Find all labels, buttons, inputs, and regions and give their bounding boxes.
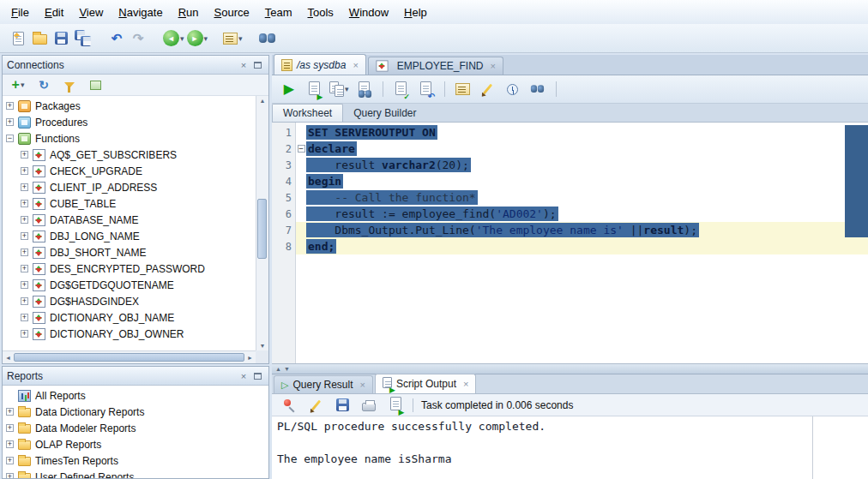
expander-icon[interactable]: +	[21, 314, 28, 321]
worksheet-dropdown-icon[interactable]: ▾	[238, 34, 243, 43]
run-script-button[interactable]: ▶	[304, 79, 323, 99]
clear-button[interactable]	[479, 79, 497, 99]
expander-icon[interactable]: −	[6, 135, 14, 142]
tab-as-sysdba[interactable]: /as sysdba ×	[274, 54, 366, 75]
run-script-output-button[interactable]: ▶	[386, 395, 405, 416]
menu-team[interactable]: Team	[257, 2, 300, 23]
connections-tree[interactable]: +Packages+Procedures−Functions+AQ$_GET_S…	[3, 98, 256, 350]
expander-icon[interactable]: +	[6, 118, 14, 126]
dropdown-icon[interactable]: ▾	[345, 85, 349, 93]
close-tab-icon[interactable]: ×	[463, 379, 468, 389]
fold-collapse-icon[interactable]: −	[298, 145, 305, 153]
tree-item-data-dictionary-reports[interactable]: +Data Dictionary Reports	[3, 404, 268, 420]
splitter-up-icon[interactable]: ▲	[275, 366, 281, 372]
expander-icon[interactable]: +	[21, 330, 28, 338]
find-db-object-button[interactable]	[528, 79, 547, 99]
tree-item-des-encrypted-password[interactable]: +DES_ENCRYPTED_PASSWORD	[3, 260, 256, 277]
tree-item-cube-table[interactable]: +CUBE_TABLE	[3, 195, 256, 212]
clear-output-button[interactable]	[306, 395, 325, 416]
scroll-thumb[interactable]	[257, 199, 267, 259]
code-editor[interactable]: 1SET SERVEROUTPUT ON2−declare3 result va…	[272, 123, 868, 363]
expander-icon[interactable]: +	[21, 151, 28, 159]
save-button[interactable]	[51, 28, 70, 49]
collapse-all-button[interactable]	[86, 75, 105, 95]
code-line-2[interactable]: 2−declare	[272, 141, 868, 157]
menu-edit[interactable]: Edit	[37, 2, 71, 23]
code-line-6[interactable]: 6 result := employee_find('AD002');	[272, 206, 868, 222]
close-tab-icon[interactable]: ×	[353, 60, 358, 70]
print-output-button[interactable]	[359, 395, 378, 416]
sql-history-button[interactable]	[503, 79, 522, 99]
scroll-down-icon[interactable]: ▼	[260, 343, 266, 349]
tree-item-user-defined-reports[interactable]: +User Defined Reports	[3, 469, 268, 478]
scroll-thumb[interactable]	[14, 353, 244, 362]
menu-tools[interactable]: Tools	[300, 2, 341, 23]
back-dropdown-icon[interactable]: ▾	[180, 34, 184, 43]
tree-item-dbj-long-name[interactable]: +DBJ_LONG_NAME	[3, 228, 256, 244]
new-connection-button[interactable]: +▾	[9, 75, 27, 95]
scroll-left-icon[interactable]: ◄	[5, 355, 11, 361]
code-line-1[interactable]: 1SET SERVEROUTPUT ON	[272, 124, 868, 141]
menu-help[interactable]: Help	[396, 2, 435, 23]
connections-horizontal-scrollbar[interactable]: ◄ ►	[3, 350, 256, 363]
scroll-up-icon[interactable]: ▲	[260, 98, 266, 104]
tree-item-functions[interactable]: −Functions	[3, 130, 256, 147]
expander-icon[interactable]: +	[6, 102, 14, 110]
splitter-down-icon[interactable]: ▼	[284, 366, 290, 372]
expander-icon[interactable]: +	[6, 473, 14, 478]
autotrace-dropdown-button[interactable]: ▾	[329, 79, 349, 99]
expander-icon[interactable]: +	[21, 248, 28, 256]
new-file-button[interactable]	[9, 28, 27, 49]
tree-item-dg-hasdgindex[interactable]: +DG$HASDGINDEX	[3, 293, 256, 309]
tree-item-check-upgrade[interactable]: +CHECK_UPGRADE	[3, 163, 256, 179]
menu-file[interactable]: File	[3, 2, 37, 23]
expander-icon[interactable]: +	[6, 424, 14, 432]
find-db-object-button[interactable]	[258, 28, 277, 49]
tab-query-builder[interactable]: Query Builder	[343, 105, 426, 122]
expander-icon[interactable]: +	[21, 183, 28, 191]
refresh-button[interactable]: ↻	[34, 75, 53, 95]
new-connection-dropdown-icon[interactable]: ▾	[21, 81, 25, 89]
tab-script-output[interactable]: ▶ Script Output ×	[375, 374, 476, 393]
close-panel-icon[interactable]: ×	[237, 59, 250, 71]
tree-item-aq-get-subscribers[interactable]: +AQ$_GET_SUBSCRIBERS	[3, 147, 256, 163]
tree-item-client-ip-address[interactable]: +CLIENT_IP_ADDRESS	[3, 179, 256, 195]
close-tab-icon[interactable]: ×	[360, 380, 365, 390]
output-splitter[interactable]: ▲ ▼	[272, 363, 868, 374]
expander-icon[interactable]: +	[21, 265, 28, 272]
tab-worksheet[interactable]: Worksheet	[272, 104, 343, 122]
explain-plan-button[interactable]	[355, 79, 374, 99]
menu-run[interactable]: Run	[171, 2, 207, 23]
menu-source[interactable]: Source	[207, 2, 257, 23]
expander-icon[interactable]: +	[21, 281, 28, 289]
menu-navigate[interactable]: Navigate	[111, 2, 170, 23]
menu-view[interactable]: View	[71, 2, 111, 23]
tree-item-packages[interactable]: +Packages	[3, 98, 256, 114]
code-line-5[interactable]: 5 -- Call the function*	[272, 189, 868, 206]
expander-icon[interactable]: +	[6, 408, 14, 416]
close-tab-icon[interactable]: ×	[491, 61, 496, 71]
tree-item-all-reports[interactable]: All Reports	[3, 387, 268, 404]
rollback-button[interactable]: ↶	[417, 79, 436, 99]
expander-icon[interactable]: +	[21, 297, 28, 305]
code-line-7[interactable]: 7 Dbms_Output.Put_Line('The employee nam…	[272, 222, 868, 238]
commit-button[interactable]: ✓	[392, 79, 411, 99]
scroll-right-icon[interactable]: ►	[247, 355, 253, 361]
tree-item-data-modeler-reports[interactable]: +Data Modeler Reports	[3, 420, 268, 436]
unshared-worksheet-button[interactable]	[454, 79, 473, 99]
tree-item-procedures[interactable]: +Procedures	[3, 114, 256, 130]
run-statement-button[interactable]: ▶	[280, 79, 298, 99]
code-line-8[interactable]: 8end;	[272, 238, 868, 254]
pin-button[interactable]	[280, 395, 298, 416]
close-panel-icon[interactable]: ×	[237, 370, 250, 382]
back-button[interactable]: ◄▾	[163, 28, 184, 49]
tree-item-dg-getdgquotename[interactable]: +DG$GETDGQUOTENAME	[3, 277, 256, 293]
script-output-panel[interactable]: PL/SQL procedure successfully completed.…	[272, 416, 868, 479]
tree-item-dbj-short-name[interactable]: +DBJ_SHORT_NAME	[3, 244, 256, 260]
forward-button[interactable]: ►▾	[187, 28, 208, 49]
tab-employee-find[interactable]: EMPLOYEE_FIND ×	[368, 57, 503, 75]
save-all-button[interactable]	[73, 28, 92, 49]
save-output-button[interactable]	[333, 395, 352, 416]
expander-icon[interactable]: +	[21, 232, 28, 240]
expander-icon[interactable]: +	[6, 457, 14, 464]
